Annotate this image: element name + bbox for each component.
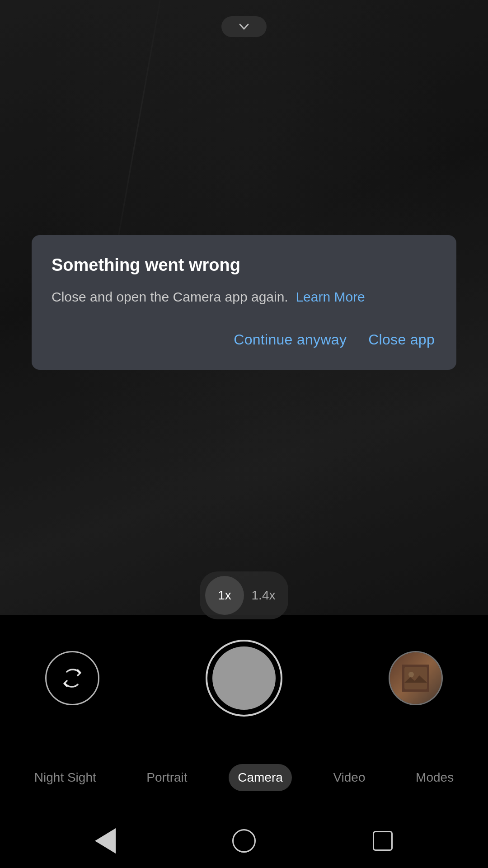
close-app-button[interactable]: Close app (366, 327, 436, 353)
shutter-inner (212, 646, 276, 710)
mode-camera[interactable]: Camera (229, 764, 292, 791)
home-icon (232, 829, 256, 853)
zoom-1x-button[interactable]: 1x (205, 576, 244, 615)
dialog-actions: Continue anyway Close app (52, 327, 436, 353)
continue-anyway-button[interactable]: Continue anyway (232, 327, 348, 353)
navigation-bar (0, 814, 488, 868)
gallery-thumb-icon (402, 665, 429, 692)
dialog-body-text: Close and open the Camera app again. (52, 289, 288, 304)
zoom-controls: 1x 1.4x (200, 571, 288, 619)
dialog-body: Close and open the Camera app again. Lea… (52, 287, 436, 307)
gallery-thumbnail (390, 652, 441, 704)
shutter-button[interactable] (206, 640, 282, 717)
flip-camera-icon (58, 664, 87, 693)
svg-rect-1 (404, 667, 427, 689)
mode-portrait[interactable]: Portrait (137, 764, 196, 791)
error-dialog: Something went wrong Close and open the … (32, 235, 456, 370)
mode-video[interactable]: Video (324, 764, 374, 791)
zoom-1-4x-button[interactable]: 1.4x (244, 576, 283, 615)
back-icon (95, 828, 116, 854)
svg-point-2 (408, 672, 414, 677)
mode-night-sight[interactable]: Night Sight (25, 764, 105, 791)
back-button[interactable] (87, 823, 123, 859)
recents-icon (373, 831, 393, 851)
dialog-title: Something went wrong (52, 255, 436, 276)
gallery-button[interactable] (389, 651, 443, 705)
mode-selector: Night Sight Portrait Camera Video Modes (0, 741, 488, 814)
recents-button[interactable] (365, 823, 401, 859)
learn-more-link[interactable]: Learn More (296, 289, 365, 304)
collapse-button[interactable] (221, 16, 267, 37)
mode-modes[interactable]: Modes (407, 764, 463, 791)
flip-camera-button[interactable] (45, 651, 99, 705)
home-button[interactable] (226, 823, 262, 859)
chevron-down-icon (237, 19, 251, 34)
camera-controls-bar (0, 615, 488, 741)
